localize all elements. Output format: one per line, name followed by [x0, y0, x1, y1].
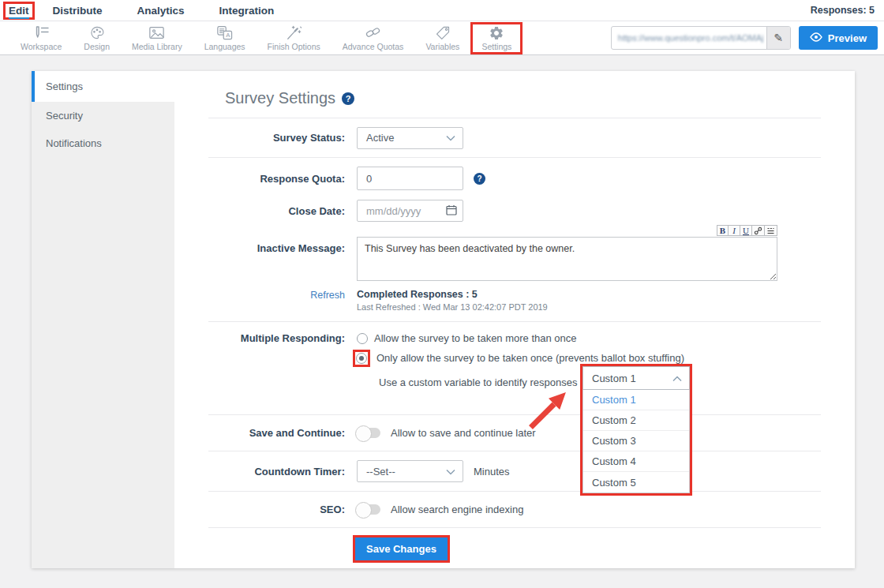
toolbar-item-finish-options[interactable]: Finish Options	[257, 22, 332, 54]
chevron-down-icon	[446, 132, 455, 144]
annotation-box: Save Changes	[353, 535, 450, 563]
dropdown-option-custom-1[interactable]: Custom 1	[583, 390, 689, 410]
toolbar-item-languages[interactable]: A Languages	[193, 22, 257, 54]
preview-button[interactable]: Preview	[799, 26, 878, 50]
link-button[interactable]	[752, 225, 765, 236]
settings-card: Settings Security Notifications Survey S…	[32, 71, 855, 568]
chevron-up-icon	[672, 373, 682, 384]
save-changes-button[interactable]: Save Changes	[355, 537, 448, 560]
preview-label: Preview	[828, 32, 867, 44]
dropdown-option-custom-4[interactable]: Custom 4	[583, 451, 689, 472]
advance-quotas-icon	[365, 25, 381, 41]
pencil-icon: ✎	[774, 32, 783, 44]
custom-variable-dropdown: Custom 1 Custom 1 Custom 2 Custom 3 Cust…	[580, 364, 692, 496]
toolbar-item-advance-quotas[interactable]: Advance Quotas	[332, 22, 415, 54]
radio-option-label: Allow the survey to be taken more than o…	[374, 332, 577, 344]
radio-icon[interactable]	[357, 333, 368, 344]
radio-option-once[interactable]: Only allow the survey to be taken once (…	[357, 352, 684, 364]
tab-integration-label: Integration	[219, 5, 275, 17]
settings-content: Survey Settings ? Survey Status: Active …	[174, 71, 855, 568]
seo-description: Allow search engine indexing	[391, 504, 523, 515]
sidebar-item-label: Security	[46, 110, 83, 122]
toolbar-item-media-library[interactable]: Media Library	[121, 22, 193, 54]
close-date-label: Close Date:	[208, 205, 345, 217]
countdown-timer-select[interactable]: --Set--	[357, 460, 463, 482]
edit-toolbar: Workspace Design Media Library A Languag…	[0, 21, 884, 55]
toolbar-item-label: Media Library	[132, 42, 182, 51]
toolbar-item-label: Design	[84, 42, 110, 51]
toolbar-item-label: Settings	[481, 42, 511, 51]
toolbar-right: https://www.questionpro.com/t/AOMAj ✎ Pr…	[611, 26, 878, 50]
toolbar-item-variables[interactable]: Variables	[414, 22, 470, 54]
align-button[interactable]	[765, 225, 777, 236]
nav-tabs: Edit Distribute Analytics Integration	[3, 2, 303, 20]
page-body: Settings Security Notifications Survey S…	[0, 55, 884, 568]
design-icon	[89, 25, 105, 41]
save-and-continue-toggle[interactable]	[357, 428, 380, 438]
inactive-message-label: Inactive Message:	[208, 225, 345, 284]
custom-variable-label: Use a custom variable to identify respon…	[379, 376, 577, 388]
survey-status-label: Survey Status:	[208, 132, 345, 144]
settings-icon	[489, 25, 504, 41]
toolbar-item-settings[interactable]: Settings	[470, 22, 523, 54]
completed-responses: Completed Responses : 5	[357, 289, 548, 300]
sidebar-item-notifications[interactable]: Notifications	[32, 129, 174, 157]
last-refreshed: Last Refreshed : Wed Mar 13 02:42:07 PDT…	[357, 302, 548, 312]
radio-option-multiple[interactable]: Allow the survey to be taken more than o…	[357, 332, 684, 344]
response-quota-input[interactable]	[357, 167, 463, 190]
tab-distribute-label: Distribute	[53, 5, 103, 17]
survey-status-select[interactable]: Active	[357, 127, 463, 149]
sidebar-item-settings[interactable]: Settings	[32, 71, 174, 102]
close-date-input[interactable]	[357, 200, 463, 222]
dropdown-option-custom-2[interactable]: Custom 2	[583, 410, 689, 431]
toolbar-item-label: Workspace	[21, 42, 62, 51]
format-toolbar: B I U	[357, 225, 777, 236]
dropdown-options-list: Custom 1 Custom 2 Custom 3 Custom 4 Cust…	[582, 390, 690, 493]
underline-button[interactable]: U	[740, 225, 752, 236]
tab-analytics-label: Analytics	[137, 5, 185, 17]
settings-sidebar: Settings Security Notifications	[32, 71, 174, 568]
radio-option-label: Only allow the survey to be taken once (…	[376, 352, 684, 364]
toolbar-item-label: Advance Quotas	[343, 42, 404, 51]
custom-variable-select[interactable]: Custom 1	[582, 366, 690, 390]
tab-distribute[interactable]: Distribute	[47, 2, 108, 20]
countdown-timer-suffix: Minutes	[474, 466, 510, 478]
seo-toggle[interactable]	[357, 504, 380, 515]
bold-button[interactable]: B	[717, 225, 729, 236]
countdown-timer-value: --Set--	[366, 466, 395, 478]
divider	[208, 157, 821, 158]
svg-text:A: A	[226, 32, 230, 39]
refresh-link[interactable]: Refresh	[310, 290, 345, 301]
italic-button[interactable]: I	[729, 225, 740, 236]
help-icon[interactable]: ?	[474, 173, 485, 185]
tab-analytics[interactable]: Analytics	[132, 2, 190, 20]
inactive-message-textarea[interactable]: This Survey has been deactivated by the …	[357, 237, 777, 281]
tab-integration[interactable]: Integration	[214, 2, 280, 20]
dropdown-option-custom-5[interactable]: Custom 5	[583, 472, 689, 492]
sidebar-item-security[interactable]: Security	[32, 102, 174, 129]
dropdown-option-custom-3[interactable]: Custom 3	[583, 431, 689, 451]
annotation-box	[353, 350, 370, 367]
edit-url-button[interactable]: ✎	[766, 27, 790, 49]
workspace-icon	[32, 25, 50, 41]
media-library-icon	[148, 25, 165, 41]
survey-url-text: https://www.questionpro.com/t/AOMAj	[612, 27, 766, 49]
response-quota-label: Response Quota:	[208, 173, 345, 185]
tab-edit[interactable]: Edit	[3, 2, 35, 20]
countdown-timer-label: Countdown Timer:	[208, 466, 345, 478]
seo-label: SEO:	[208, 504, 345, 515]
sidebar-item-label: Notifications	[46, 137, 102, 149]
languages-icon: A	[216, 25, 233, 41]
variables-icon	[435, 25, 451, 41]
toolbar-item-label: Finish Options	[268, 42, 320, 51]
top-nav: Edit Distribute Analytics Integration Re…	[0, 0, 884, 21]
radio-icon[interactable]	[356, 353, 367, 364]
toolbar-item-workspace[interactable]: Workspace	[9, 22, 73, 54]
sidebar-item-label: Settings	[46, 81, 83, 92]
survey-url-field[interactable]: https://www.questionpro.com/t/AOMAj ✎	[611, 26, 791, 50]
finish-options-icon	[286, 25, 302, 41]
eye-icon	[810, 32, 822, 44]
toolbar-item-design[interactable]: Design	[73, 22, 121, 54]
tab-edit-label: Edit	[9, 5, 29, 19]
help-icon[interactable]: ?	[342, 92, 354, 105]
